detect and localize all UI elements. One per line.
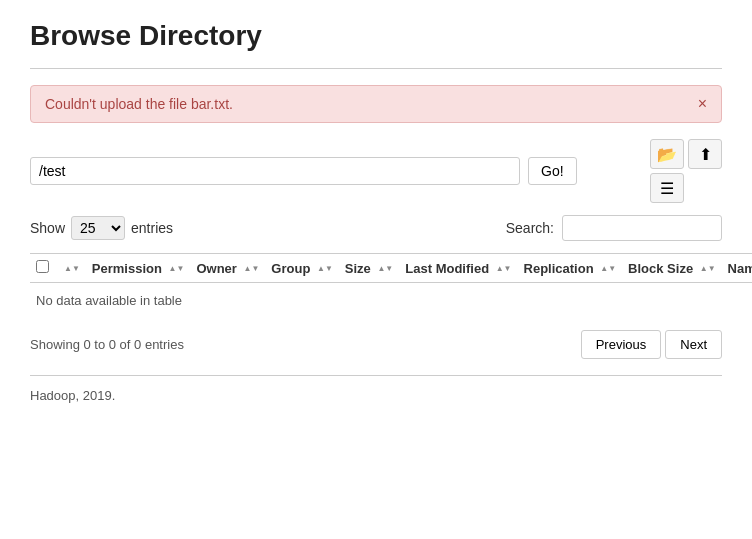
sort-icon-block-size: ▲▼: [700, 265, 716, 273]
col-size[interactable]: Size ▲▼: [339, 254, 399, 283]
page-title: Browse Directory: [30, 20, 722, 52]
pagination-row: Showing 0 to 0 of 0 entries Previous Nex…: [30, 330, 722, 359]
alert-close-button[interactable]: ×: [698, 96, 707, 112]
sort-icon-group: ▲▼: [317, 265, 333, 273]
go-button[interactable]: Go!: [528, 157, 577, 185]
col-group-label: Group: [271, 261, 310, 276]
showing-text: Showing 0 to 0 of 0 entries: [30, 337, 184, 352]
col-size-label: Size: [345, 261, 371, 276]
entries-label: entries: [131, 220, 173, 236]
controls-row: Show 10 25 50 100 entries Search:: [30, 215, 722, 241]
icon-row-top: 📂 ⬆: [650, 139, 722, 169]
col-checkbox: [30, 254, 55, 283]
show-entries: Show 10 25 50 100 entries: [30, 216, 173, 240]
col-permission[interactable]: Permission ▲▼: [86, 254, 191, 283]
alert-message: Couldn't upload the file bar.txt.: [45, 96, 233, 112]
show-label: Show: [30, 220, 65, 236]
col-replication[interactable]: Replication ▲▼: [518, 254, 623, 283]
col-permission-label: Permission: [92, 261, 162, 276]
previous-button[interactable]: Previous: [581, 330, 662, 359]
list-icon-button[interactable]: ☰: [650, 173, 684, 203]
col-name-label: Name: [728, 261, 752, 276]
col-last-modified[interactable]: Last Modified ▲▼: [399, 254, 517, 283]
col-owner-label: Owner: [196, 261, 236, 276]
pagination-buttons: Previous Next: [581, 330, 722, 359]
col-last-modified-label: Last Modified: [405, 261, 489, 276]
error-alert: Couldn't upload the file bar.txt. ×: [30, 85, 722, 123]
list-icon: ☰: [660, 179, 674, 198]
bottom-divider: [30, 375, 722, 376]
upload-icon-button[interactable]: ⬆: [688, 139, 722, 169]
title-divider: [30, 68, 722, 69]
col-name[interactable]: Name ▲▼: [722, 254, 752, 283]
sort-icon-last-modified: ▲▼: [496, 265, 512, 273]
icon-row-bottom: ☰: [650, 173, 722, 203]
sort-icon-replication: ▲▼: [600, 265, 616, 273]
col-block-size-label: Block Size: [628, 261, 693, 276]
table-header-row: ▲▼ Permission ▲▼ Owner ▲▼ Group ▲▼ Size …: [30, 254, 752, 283]
col-sort[interactable]: ▲▼: [55, 254, 86, 283]
sort-icon-owner: ▲▼: [244, 265, 260, 273]
col-block-size[interactable]: Block Size ▲▼: [622, 254, 722, 283]
no-data-row: No data available in table: [30, 283, 752, 319]
col-owner[interactable]: Owner ▲▼: [190, 254, 265, 283]
footer: Hadoop, 2019.: [30, 388, 722, 403]
path-input[interactable]: [30, 157, 520, 185]
sort-icon-1: ▲▼: [64, 265, 80, 273]
folder-icon: 📂: [657, 145, 677, 164]
icon-buttons-group: 📂 ⬆ ☰: [650, 139, 722, 203]
search-label: Search:: [506, 220, 554, 236]
folder-icon-button[interactable]: 📂: [650, 139, 684, 169]
next-button[interactable]: Next: [665, 330, 722, 359]
directory-table: ▲▼ Permission ▲▼ Owner ▲▼ Group ▲▼ Size …: [30, 253, 752, 318]
sort-icon-size: ▲▼: [377, 265, 393, 273]
no-data-message: No data available in table: [30, 283, 752, 319]
select-all-checkbox[interactable]: [36, 260, 49, 273]
col-group[interactable]: Group ▲▼: [265, 254, 338, 283]
entries-select[interactable]: 10 25 50 100: [71, 216, 125, 240]
upload-icon: ⬆: [699, 145, 712, 164]
sort-icon-permission: ▲▼: [169, 265, 185, 273]
col-replication-label: Replication: [524, 261, 594, 276]
search-row: Search:: [506, 215, 722, 241]
path-row: Go! 📂 ⬆ ☰: [30, 139, 722, 203]
search-input[interactable]: [562, 215, 722, 241]
